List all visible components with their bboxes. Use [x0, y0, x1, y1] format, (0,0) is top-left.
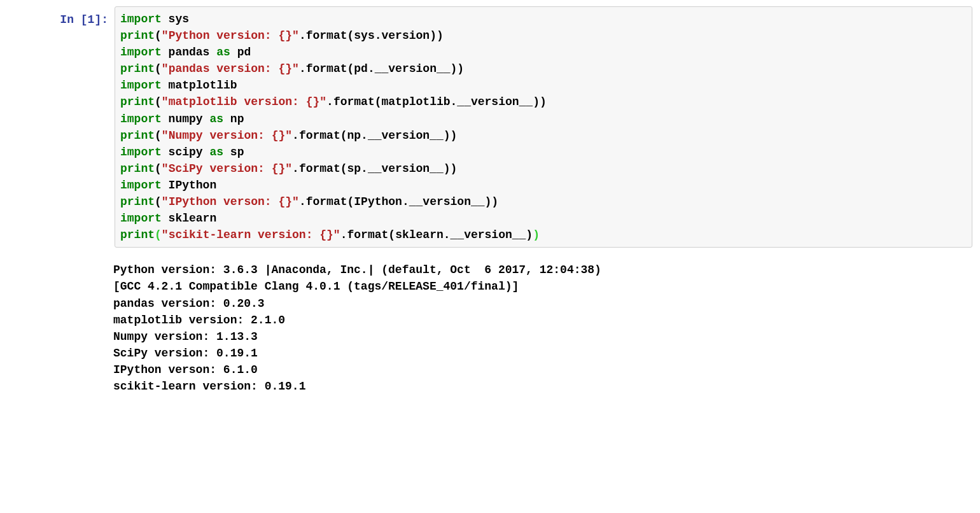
code-line-10: print("SciPy version: {}".format(sp.__ve… [120, 160, 967, 177]
notebook-cell: In [1]: import sys print("Python version… [0, 0, 980, 254]
code-line-14: print("scikit-learn version: {}".format(… [120, 227, 967, 243]
code-line-7: import numpy as np [120, 111, 967, 127]
prompt-in-label: In [60, 13, 74, 26]
cell-output-area: Python version: 3.6.3 |Anaconda, Inc.| (… [108, 262, 972, 395]
code-line-9: import scipy as sp [120, 144, 967, 160]
code-line-4: print("pandas version: {}".format(pd.__v… [120, 60, 967, 77]
code-line-13: import sklearn [120, 210, 967, 227]
code-input-area[interactable]: import sys print("Python version: {}".fo… [115, 6, 972, 248]
output-prompt-spacer [0, 262, 108, 395]
output-line-5: Numpy version: 1.13.3 [113, 328, 967, 345]
code-line-5: import matplotlib [120, 77, 967, 94]
prompt-space [74, 13, 81, 26]
output-line-2: [GCC 4.2.1 Compatible Clang 4.0.1 (tags/… [113, 278, 967, 295]
output-line-4: matplotlib version: 2.1.0 [113, 312, 967, 328]
output-row: Python version: 3.6.3 |Anaconda, Inc.| (… [0, 254, 980, 395]
prompt-bracket-close: ]: [94, 13, 108, 26]
code-line-12: print("IPython verson: {}".format(IPytho… [120, 193, 967, 210]
code-line-6: print("matplotlib version: {}".format(ma… [120, 94, 967, 110]
input-prompt: In [1]: [0, 6, 115, 248]
output-line-3: pandas version: 0.20.3 [113, 295, 967, 312]
output-line-6: SciPy version: 0.19.1 [113, 345, 967, 362]
code-line-3: import pandas as pd [120, 44, 967, 60]
code-line-2: print("Python version: {}".format(sys.ve… [120, 27, 967, 44]
output-line-7: IPython verson: 6.1.0 [113, 362, 967, 378]
code-line-8: print("Numpy version: {}".format(np.__ve… [120, 127, 967, 144]
code-line-1: import sys [120, 11, 967, 27]
output-line-1: Python version: 3.6.3 |Anaconda, Inc.| (… [113, 262, 967, 278]
prompt-number: 1 [88, 13, 95, 26]
prompt-bracket-open: [ [81, 13, 88, 26]
code-line-11: import IPython [120, 177, 967, 193]
output-line-8: scikit-learn version: 0.19.1 [113, 378, 967, 395]
